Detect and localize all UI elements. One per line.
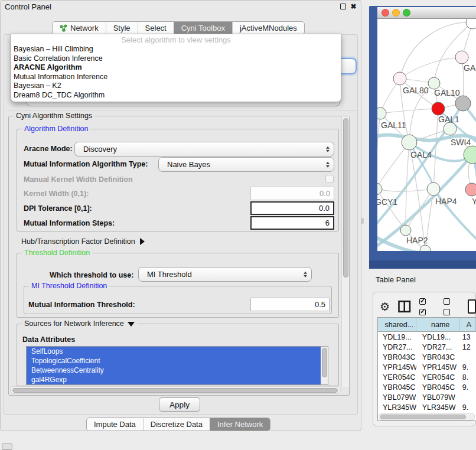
spinner-arrows-icon bbox=[325, 161, 330, 168]
network-node[interactable] bbox=[432, 102, 445, 115]
attributes-list-scrollbar[interactable] bbox=[321, 347, 328, 384]
algorithm-option[interactable]: Basic Correlation Inference bbox=[11, 54, 341, 64]
minimize-traffic-light[interactable] bbox=[392, 9, 400, 17]
tab-jactivemnodules[interactable]: jActiveMNodules bbox=[232, 22, 304, 34]
algorithm-option[interactable]: Bayesian – K2 bbox=[11, 81, 341, 91]
algorithm-option[interactable]: ARACNE Algorithm bbox=[11, 63, 341, 73]
close-traffic-light[interactable] bbox=[382, 9, 389, 17]
tab-label: jActiveMNodules bbox=[240, 24, 297, 32]
select-all-icon[interactable] bbox=[419, 296, 435, 317]
hub-factor-expander[interactable]: Hub/Transcription Factor Definition bbox=[21, 236, 145, 247]
gear-icon[interactable]: ⚙ bbox=[380, 301, 390, 312]
tab-infer-network[interactable]: Infer Network bbox=[210, 418, 270, 431]
node-label: SWI4 bbox=[451, 138, 471, 147]
table-row[interactable]: YBL079WYBL079W bbox=[378, 392, 476, 402]
network-node[interactable] bbox=[466, 19, 476, 29]
node-label: GAL80 bbox=[403, 86, 429, 95]
mi-steps-field[interactable]: 6 bbox=[250, 216, 334, 230]
network-node[interactable] bbox=[455, 96, 471, 111]
mi-threshold-field[interactable]: 0.5 bbox=[250, 298, 330, 311]
network-node-gcy1[interactable] bbox=[377, 183, 382, 195]
network-icon bbox=[60, 24, 67, 32]
network-node-hap2[interactable] bbox=[400, 225, 411, 236]
scrollbar-thumb[interactable] bbox=[322, 348, 327, 377]
network-node-gal10[interactable] bbox=[428, 77, 440, 89]
column-header-2[interactable]: name bbox=[416, 318, 459, 332]
zoom-traffic-light[interactable] bbox=[403, 9, 410, 17]
network-edge bbox=[377, 113, 380, 189]
aracne-mode-combo[interactable]: Discovery bbox=[74, 142, 334, 156]
table-cell: YPR145W bbox=[378, 362, 416, 372]
dpi-tolerance-field[interactable]: 0.0 bbox=[250, 201, 334, 215]
table-row[interactable]: YLR345WYLR345W9. bbox=[378, 402, 476, 412]
table-row[interactable]: YDR27...YDR27...12 bbox=[378, 342, 476, 352]
tab-discretize-data[interactable]: Discretize Data bbox=[143, 418, 210, 431]
algorithm-definition-title: Algorithm Definition bbox=[22, 125, 90, 133]
split-columns-icon[interactable] bbox=[398, 300, 410, 313]
close-panel-button[interactable]: ✖ bbox=[350, 4, 357, 10]
mi-steps-label: Mutual Information Steps: bbox=[24, 217, 115, 229]
algorithm-dropdown-list: Bayesian – Hill ClimbingBasic Correlatio… bbox=[11, 45, 341, 100]
network-canvas[interactable]: GALGAL80GAL10GAL1GAL11SWI4GAL4GCY1HAP4YH… bbox=[377, 19, 476, 251]
table-cell: 9. bbox=[459, 402, 476, 412]
tab-network[interactable]: Network bbox=[53, 22, 106, 34]
network-node-gal80[interactable] bbox=[393, 72, 406, 85]
column-header-3[interactable]: A bbox=[459, 318, 476, 332]
attribute-item[interactable]: SelfLoops bbox=[27, 347, 321, 356]
algorithm-option[interactable]: Mutual Information Inference bbox=[11, 73, 341, 82]
table-cell: YDL19... bbox=[416, 332, 459, 342]
node-label: HAP4 bbox=[435, 197, 457, 206]
mi-type-combo[interactable]: Naive Bayes bbox=[158, 157, 334, 172]
deselect-all-icon[interactable] bbox=[444, 296, 459, 317]
expander-expanded-icon bbox=[128, 322, 135, 327]
network-node-gal11[interactable] bbox=[377, 107, 386, 119]
settings-group-title: Cyni Algorithm Settings bbox=[14, 112, 94, 120]
expander-collapsed-icon bbox=[140, 238, 145, 245]
tab-cyni-toolbox[interactable]: Cyni Toolbox bbox=[174, 22, 232, 34]
node-label: GCY1 bbox=[377, 197, 397, 207]
table-cell: YLR345W bbox=[378, 402, 416, 412]
tab-style[interactable]: Style bbox=[106, 22, 138, 34]
column-header-1[interactable]: shared... bbox=[378, 318, 416, 332]
table-row[interactable]: YBR045CYBR045C9. bbox=[378, 382, 476, 392]
kernel-width-field[interactable]: 0.0 bbox=[250, 187, 334, 200]
algorithm-option[interactable]: Bayesian – Hill Climbing bbox=[11, 45, 341, 54]
apply-button[interactable]: Apply bbox=[159, 397, 200, 412]
attribute-item[interactable]: gal4RGexp bbox=[27, 375, 321, 384]
table-cell: 9. bbox=[459, 382, 476, 392]
table-row[interactable]: YDL19...YDL19...13 bbox=[378, 332, 476, 342]
network-node-gal4[interactable] bbox=[402, 135, 417, 150]
table-row[interactable]: YPR145WYPR145W9. bbox=[378, 362, 476, 372]
which-threshold-combo[interactable]: MI Threshold bbox=[138, 267, 312, 282]
network-node-hap4[interactable] bbox=[427, 182, 440, 195]
float-icon bbox=[340, 4, 346, 9]
network-node-gal1[interactable] bbox=[444, 122, 457, 135]
algorithm-option[interactable]: Dream8 DC_TDC Algorithm bbox=[11, 91, 341, 100]
sources-title-text: Sources for Network Inference bbox=[24, 319, 124, 328]
table-cell: YPR145W bbox=[416, 362, 459, 372]
settings-vertical-scrollbar[interactable] bbox=[341, 116, 349, 387]
attribute-item[interactable]: BetweennessCentrality bbox=[27, 366, 321, 375]
table-toolbar: ⚙ bbox=[373, 296, 476, 317]
tab-select[interactable]: Select bbox=[138, 22, 174, 34]
network-node-gal[interactable] bbox=[455, 51, 468, 64]
table-row[interactable]: YBR043CYBR043C bbox=[378, 352, 476, 362]
manual-kernel-checkbox[interactable] bbox=[325, 175, 334, 183]
minimized-panel-grip[interactable] bbox=[2, 444, 12, 450]
scrollbar-thumb[interactable] bbox=[380, 415, 466, 419]
network-window-frame-bottom bbox=[369, 260, 476, 269]
new-table-icon[interactable] bbox=[468, 299, 476, 314]
settings-horizontal-scrollbar[interactable] bbox=[10, 386, 341, 394]
spinner-arrows-icon bbox=[303, 270, 307, 278]
network-window-titlebar bbox=[377, 7, 476, 19]
tab-impute-data[interactable]: Impute Data bbox=[87, 418, 143, 431]
network-node-y[interactable] bbox=[465, 183, 476, 196]
network-node[interactable] bbox=[420, 245, 431, 251]
scrollbar-thumb[interactable] bbox=[12, 388, 338, 393]
float-panel-button[interactable] bbox=[340, 4, 346, 10]
table-row[interactable]: YER054CYER054C8. bbox=[378, 372, 476, 382]
scrollbar-thumb[interactable] bbox=[343, 118, 348, 278]
table-horizontal-scrollbar[interactable] bbox=[379, 413, 475, 420]
attribute-item[interactable]: TopologicalCoefficient bbox=[27, 356, 321, 366]
panel-splitter-handle[interactable] bbox=[361, 218, 364, 224]
